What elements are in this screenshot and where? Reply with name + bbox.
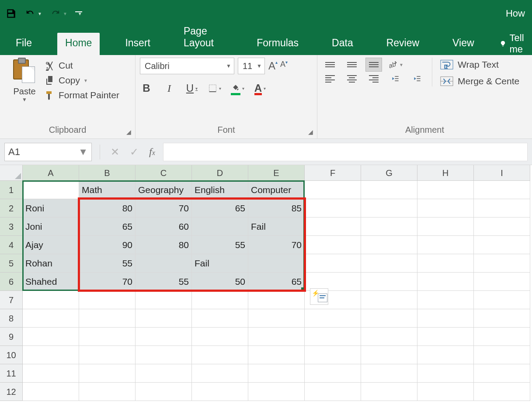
cell[interactable] xyxy=(361,218,417,236)
cell[interactable] xyxy=(192,309,248,328)
tab-view[interactable]: View xyxy=(445,33,482,55)
cell[interactable] xyxy=(23,291,79,309)
column-header[interactable]: F xyxy=(305,165,361,181)
cell[interactable]: Fail xyxy=(248,218,305,236)
cell[interactable] xyxy=(248,309,305,328)
font-launcher[interactable]: ◢ xyxy=(306,128,314,136)
insert-function-button[interactable]: fx xyxy=(149,146,155,158)
cell[interactable] xyxy=(305,364,361,383)
align-middle-button[interactable] xyxy=(344,58,360,72)
cell[interactable]: 80 xyxy=(136,236,192,254)
cell[interactable]: 90 xyxy=(79,236,136,254)
cell[interactable] xyxy=(305,218,361,236)
tab-file[interactable]: File xyxy=(8,33,40,55)
decrease-font-button[interactable]: A▾ xyxy=(280,60,288,72)
tell-me-search[interactable]: Tell me xyxy=(500,32,532,55)
cell[interactable]: 55 xyxy=(192,236,248,254)
cell[interactable] xyxy=(474,346,530,364)
tab-formulas[interactable]: Formulas xyxy=(249,33,306,55)
cell[interactable] xyxy=(136,254,192,273)
cell[interactable] xyxy=(192,218,248,236)
customize-qat-button[interactable]: ▼ xyxy=(75,11,82,16)
cell[interactable]: English xyxy=(192,181,248,199)
cell[interactable] xyxy=(417,273,474,291)
align-center-button[interactable] xyxy=(344,72,360,86)
cell[interactable] xyxy=(192,328,248,346)
cell[interactable] xyxy=(248,383,305,401)
column-header[interactable]: E xyxy=(248,165,305,181)
cell[interactable] xyxy=(361,273,417,291)
cell[interactable] xyxy=(23,181,79,199)
column-header[interactable]: G xyxy=(361,165,417,181)
cell[interactable] xyxy=(417,181,474,199)
cell[interactable] xyxy=(79,383,136,401)
worksheet-grid[interactable]: ABCDEFGHI 1MathGeographyEnglishComputer2… xyxy=(0,165,532,401)
row-header[interactable]: 1 xyxy=(0,181,23,199)
cell[interactable] xyxy=(79,328,136,346)
row-header[interactable]: 11 xyxy=(0,364,23,383)
cell[interactable] xyxy=(79,346,136,364)
cell[interactable] xyxy=(192,291,248,309)
tab-insert[interactable]: Insert xyxy=(117,33,158,55)
decrease-indent-button[interactable] xyxy=(387,72,404,86)
cell[interactable] xyxy=(417,199,474,218)
increase-indent-button[interactable] xyxy=(409,72,426,86)
cell[interactable] xyxy=(474,199,530,218)
name-box[interactable]: A1 ▼ xyxy=(4,143,92,161)
cell[interactable] xyxy=(136,291,192,309)
row-header[interactable]: 6 xyxy=(0,273,23,291)
cell[interactable] xyxy=(474,236,530,254)
row-header[interactable]: 3 xyxy=(0,218,23,236)
cell[interactable] xyxy=(23,328,79,346)
cell[interactable] xyxy=(305,328,361,346)
cell[interactable]: Geography xyxy=(136,181,192,199)
cell[interactable] xyxy=(305,254,361,273)
cell[interactable]: Fail xyxy=(192,254,248,273)
cell[interactable] xyxy=(305,383,361,401)
fill-color-button[interactable] xyxy=(231,81,244,95)
cell[interactable] xyxy=(361,199,417,218)
orientation-button[interactable]: ab ▼ xyxy=(387,58,404,72)
cell[interactable]: 70 xyxy=(248,236,305,254)
cell[interactable] xyxy=(361,181,417,199)
align-top-button[interactable] xyxy=(322,58,338,72)
cell[interactable] xyxy=(417,346,474,364)
cell[interactable] xyxy=(474,364,530,383)
select-all-button[interactable] xyxy=(0,165,23,181)
cell[interactable] xyxy=(79,291,136,309)
cell[interactable] xyxy=(248,291,305,309)
cell[interactable] xyxy=(136,328,192,346)
column-header[interactable]: A xyxy=(23,165,79,181)
cell[interactable] xyxy=(23,346,79,364)
cell[interactable]: 70 xyxy=(136,199,192,218)
merge-center-button[interactable]: Merge & Cente xyxy=(440,76,519,86)
cell[interactable] xyxy=(474,273,530,291)
cell[interactable] xyxy=(192,383,248,401)
align-right-button[interactable] xyxy=(365,72,382,86)
cell[interactable] xyxy=(474,254,530,273)
tab-review[interactable]: Review xyxy=(379,33,427,55)
cell[interactable] xyxy=(474,309,530,328)
cell[interactable] xyxy=(361,309,417,328)
cell[interactable]: Roni xyxy=(23,199,79,218)
cell[interactable]: Ajay xyxy=(23,236,79,254)
cell[interactable]: Math xyxy=(79,181,136,199)
cut-button[interactable]: Cut xyxy=(45,60,119,71)
clipboard-launcher[interactable]: ◢ xyxy=(125,128,132,136)
cell[interactable]: 55 xyxy=(136,273,192,291)
cell[interactable]: Shahed xyxy=(23,273,79,291)
cell[interactable] xyxy=(305,199,361,218)
cell[interactable]: Rohan xyxy=(23,254,79,273)
cell[interactable] xyxy=(23,383,79,401)
row-header[interactable]: 7 xyxy=(0,291,23,309)
cell[interactable] xyxy=(417,328,474,346)
cell[interactable] xyxy=(474,291,530,309)
cell[interactable] xyxy=(23,364,79,383)
cell[interactable]: 65 xyxy=(79,218,136,236)
underline-button[interactable]: U xyxy=(185,81,198,95)
row-header[interactable]: 10 xyxy=(0,346,23,364)
cell[interactable]: 50 xyxy=(192,273,248,291)
column-header[interactable]: C xyxy=(136,165,192,181)
cell[interactable] xyxy=(474,181,530,199)
cell[interactable] xyxy=(248,346,305,364)
